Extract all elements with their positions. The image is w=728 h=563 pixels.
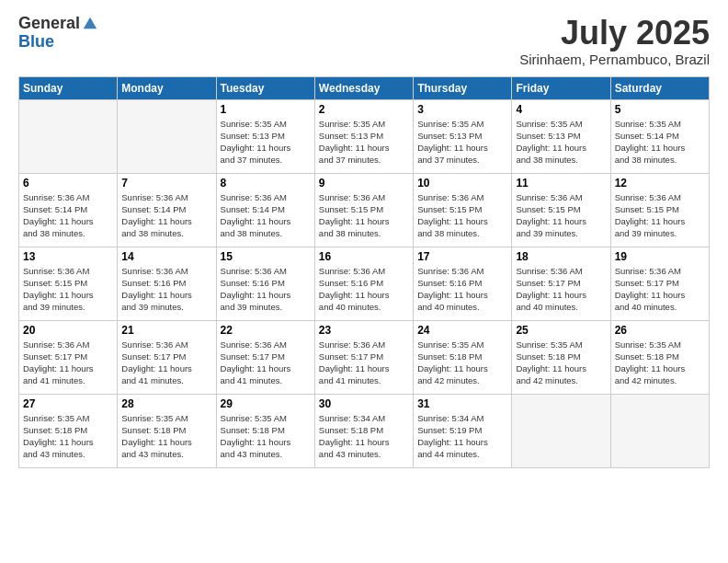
day-info: Sunrise: 5:35 AM Sunset: 5:18 PM Dayligh… xyxy=(221,412,311,461)
day-number: 24 xyxy=(417,324,507,337)
day-info: Sunrise: 5:35 AM Sunset: 5:13 PM Dayligh… xyxy=(319,118,409,167)
table-row: 9Sunrise: 5:36 AM Sunset: 5:15 PM Daylig… xyxy=(314,173,413,247)
table-row: 3Sunrise: 5:35 AM Sunset: 5:13 PM Daylig… xyxy=(414,99,512,173)
table-row: 21Sunrise: 5:36 AM Sunset: 5:17 PM Dayli… xyxy=(118,320,216,394)
day-number: 16 xyxy=(319,250,409,263)
header-thursday: Thursday xyxy=(414,76,512,99)
calendar-week-row: 1Sunrise: 5:35 AM Sunset: 5:13 PM Daylig… xyxy=(19,99,710,173)
title-block: July 2025 Sirinhaem, Pernambuco, Brazil xyxy=(519,15,710,67)
day-info: Sunrise: 5:36 AM Sunset: 5:14 PM Dayligh… xyxy=(221,191,311,240)
day-info: Sunrise: 5:35 AM Sunset: 5:18 PM Dayligh… xyxy=(23,412,113,461)
calendar-header-row: Sunday Monday Tuesday Wednesday Thursday… xyxy=(19,76,710,99)
table-row: 13Sunrise: 5:36 AM Sunset: 5:15 PM Dayli… xyxy=(19,247,118,320)
logo-general-text: General xyxy=(18,15,80,33)
table-row: 1Sunrise: 5:35 AM Sunset: 5:13 PM Daylig… xyxy=(216,99,314,173)
header-wednesday: Wednesday xyxy=(314,76,413,99)
header-saturday: Saturday xyxy=(610,76,709,99)
calendar-week-row: 20Sunrise: 5:36 AM Sunset: 5:17 PM Dayli… xyxy=(19,320,710,394)
day-info: Sunrise: 5:36 AM Sunset: 5:15 PM Dayligh… xyxy=(319,191,409,240)
day-number: 8 xyxy=(221,177,311,190)
table-row xyxy=(512,394,610,467)
table-row: 7Sunrise: 5:36 AM Sunset: 5:14 PM Daylig… xyxy=(118,173,216,247)
day-info: Sunrise: 5:35 AM Sunset: 5:18 PM Dayligh… xyxy=(615,339,705,387)
day-number: 30 xyxy=(319,397,409,410)
day-number: 3 xyxy=(417,103,507,116)
day-info: Sunrise: 5:34 AM Sunset: 5:18 PM Dayligh… xyxy=(319,412,409,461)
day-number: 9 xyxy=(319,177,409,190)
day-number: 20 xyxy=(23,324,113,337)
day-info: Sunrise: 5:36 AM Sunset: 5:17 PM Dayligh… xyxy=(23,339,113,387)
svg-marker-0 xyxy=(84,17,97,29)
day-info: Sunrise: 5:36 AM Sunset: 5:16 PM Dayligh… xyxy=(417,265,507,314)
table-row: 6Sunrise: 5:36 AM Sunset: 5:14 PM Daylig… xyxy=(19,173,118,247)
day-number: 13 xyxy=(23,250,113,263)
day-info: Sunrise: 5:36 AM Sunset: 5:14 PM Dayligh… xyxy=(121,191,211,240)
day-info: Sunrise: 5:36 AM Sunset: 5:17 PM Dayligh… xyxy=(319,339,409,387)
header-monday: Monday xyxy=(118,76,216,99)
day-info: Sunrise: 5:36 AM Sunset: 5:17 PM Dayligh… xyxy=(121,339,211,387)
day-info: Sunrise: 5:36 AM Sunset: 5:16 PM Dayligh… xyxy=(121,265,211,314)
table-row: 18Sunrise: 5:36 AM Sunset: 5:17 PM Dayli… xyxy=(512,247,610,320)
page-header: General Blue July 2025 Sirinhaem, Pernam… xyxy=(18,15,710,67)
day-info: Sunrise: 5:34 AM Sunset: 5:19 PM Dayligh… xyxy=(417,412,507,461)
table-row: 27Sunrise: 5:35 AM Sunset: 5:18 PM Dayli… xyxy=(19,394,118,467)
calendar-week-row: 27Sunrise: 5:35 AM Sunset: 5:18 PM Dayli… xyxy=(19,394,710,467)
day-number: 1 xyxy=(221,103,311,116)
day-number: 19 xyxy=(615,250,705,263)
day-number: 10 xyxy=(417,177,507,190)
location: Sirinhaem, Pernambuco, Brazil xyxy=(519,52,710,67)
day-number: 17 xyxy=(417,250,507,263)
header-friday: Friday xyxy=(512,76,610,99)
table-row: 26Sunrise: 5:35 AM Sunset: 5:18 PM Dayli… xyxy=(610,320,709,394)
header-sunday: Sunday xyxy=(19,76,118,99)
table-row: 8Sunrise: 5:36 AM Sunset: 5:14 PM Daylig… xyxy=(216,173,314,247)
table-row: 22Sunrise: 5:36 AM Sunset: 5:17 PM Dayli… xyxy=(216,320,314,394)
table-row xyxy=(118,99,216,173)
table-row: 16Sunrise: 5:36 AM Sunset: 5:16 PM Dayli… xyxy=(314,247,413,320)
calendar-week-row: 13Sunrise: 5:36 AM Sunset: 5:15 PM Dayli… xyxy=(19,247,710,320)
calendar-week-row: 6Sunrise: 5:36 AM Sunset: 5:14 PM Daylig… xyxy=(19,173,710,247)
day-info: Sunrise: 5:35 AM Sunset: 5:13 PM Dayligh… xyxy=(417,118,507,167)
day-number: 15 xyxy=(221,250,311,263)
day-number: 21 xyxy=(121,324,211,337)
day-number: 29 xyxy=(221,397,311,410)
table-row: 19Sunrise: 5:36 AM Sunset: 5:17 PM Dayli… xyxy=(610,247,709,320)
day-info: Sunrise: 5:36 AM Sunset: 5:15 PM Dayligh… xyxy=(417,191,507,240)
day-info: Sunrise: 5:36 AM Sunset: 5:17 PM Dayligh… xyxy=(615,265,705,314)
day-number: 2 xyxy=(319,103,409,116)
day-number: 22 xyxy=(221,324,311,337)
logo-icon xyxy=(82,15,98,31)
day-info: Sunrise: 5:36 AM Sunset: 5:16 PM Dayligh… xyxy=(221,265,311,314)
day-number: 11 xyxy=(516,177,606,190)
day-info: Sunrise: 5:36 AM Sunset: 5:17 PM Dayligh… xyxy=(516,265,606,314)
logo: General Blue xyxy=(18,15,98,52)
day-info: Sunrise: 5:35 AM Sunset: 5:18 PM Dayligh… xyxy=(121,412,211,461)
day-info: Sunrise: 5:35 AM Sunset: 5:18 PM Dayligh… xyxy=(417,339,507,387)
table-row: 11Sunrise: 5:36 AM Sunset: 5:15 PM Dayli… xyxy=(512,173,610,247)
table-row: 17Sunrise: 5:36 AM Sunset: 5:16 PM Dayli… xyxy=(414,247,512,320)
day-number: 18 xyxy=(516,250,606,263)
day-number: 14 xyxy=(121,250,211,263)
day-number: 26 xyxy=(615,324,705,337)
day-info: Sunrise: 5:35 AM Sunset: 5:13 PM Dayligh… xyxy=(221,118,311,167)
table-row: 31Sunrise: 5:34 AM Sunset: 5:19 PM Dayli… xyxy=(414,394,512,467)
table-row xyxy=(19,99,118,173)
table-row: 10Sunrise: 5:36 AM Sunset: 5:15 PM Dayli… xyxy=(414,173,512,247)
day-number: 12 xyxy=(615,177,705,190)
table-row: 23Sunrise: 5:36 AM Sunset: 5:17 PM Dayli… xyxy=(314,320,413,394)
day-info: Sunrise: 5:36 AM Sunset: 5:17 PM Dayligh… xyxy=(221,339,311,387)
day-number: 4 xyxy=(516,103,606,116)
table-row: 12Sunrise: 5:36 AM Sunset: 5:15 PM Dayli… xyxy=(610,173,709,247)
day-info: Sunrise: 5:35 AM Sunset: 5:14 PM Dayligh… xyxy=(615,118,705,167)
table-row: 15Sunrise: 5:36 AM Sunset: 5:16 PM Dayli… xyxy=(216,247,314,320)
day-number: 31 xyxy=(417,397,507,410)
day-number: 23 xyxy=(319,324,409,337)
day-info: Sunrise: 5:36 AM Sunset: 5:15 PM Dayligh… xyxy=(516,191,606,240)
day-number: 25 xyxy=(516,324,606,337)
table-row: 14Sunrise: 5:36 AM Sunset: 5:16 PM Dayli… xyxy=(118,247,216,320)
table-row: 5Sunrise: 5:35 AM Sunset: 5:14 PM Daylig… xyxy=(610,99,709,173)
day-number: 27 xyxy=(23,397,113,410)
table-row: 2Sunrise: 5:35 AM Sunset: 5:13 PM Daylig… xyxy=(314,99,413,173)
table-row: 25Sunrise: 5:35 AM Sunset: 5:18 PM Dayli… xyxy=(512,320,610,394)
table-row: 30Sunrise: 5:34 AM Sunset: 5:18 PM Dayli… xyxy=(314,394,413,467)
